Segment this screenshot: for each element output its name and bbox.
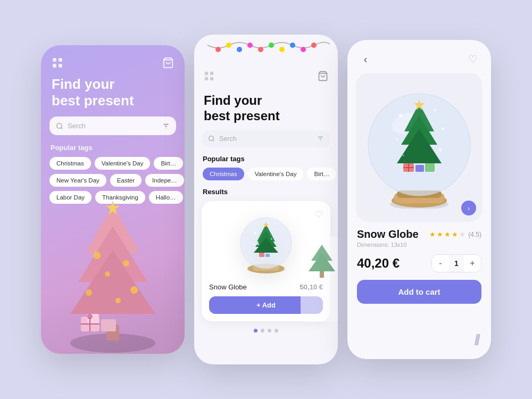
star-2: ★ bbox=[437, 230, 443, 238]
phone2-search-placeholder: Serch bbox=[219, 135, 313, 143]
svg-point-81 bbox=[442, 128, 445, 130]
tag-birthday[interactable]: Birt… bbox=[154, 157, 183, 170]
svg-point-37 bbox=[311, 43, 317, 48]
svg-rect-3 bbox=[59, 64, 62, 68]
phone2-title: Find your best present bbox=[194, 88, 338, 130]
dot-4[interactable] bbox=[275, 329, 278, 332]
product-info: Snow Globe ★ ★ ★ ★ ★ (4.5) Dimensions: 1… bbox=[347, 228, 491, 304]
dot-3[interactable] bbox=[268, 329, 271, 332]
next-arrow-button[interactable]: › bbox=[461, 201, 476, 215]
carousel-dots bbox=[194, 329, 338, 332]
svg-point-16 bbox=[93, 252, 101, 259]
svg-rect-2 bbox=[53, 64, 56, 68]
second-card-peek bbox=[301, 237, 338, 322]
svg-point-79 bbox=[399, 114, 402, 117]
svg-point-82 bbox=[396, 138, 398, 140]
svg-point-35 bbox=[290, 43, 295, 48]
search-icon bbox=[56, 122, 63, 130]
search-icon-2 bbox=[208, 135, 215, 142]
svg-line-6 bbox=[61, 128, 63, 129]
christmas-lights bbox=[194, 35, 338, 60]
back-button[interactable]: ‹ bbox=[358, 52, 373, 66]
snow-globe-image bbox=[237, 212, 295, 273]
phone-1: Find your best present Serch Popular tag… bbox=[41, 45, 185, 354]
svg-rect-55 bbox=[259, 253, 264, 257]
svg-rect-23 bbox=[101, 319, 116, 331]
quantity-plus-button[interactable]: + bbox=[464, 255, 481, 272]
phone2-popular-label: Popular tags bbox=[194, 155, 338, 163]
phone1-search-bar[interactable]: Serch bbox=[49, 117, 176, 135]
results-label: Results bbox=[194, 188, 338, 196]
svg-point-58 bbox=[273, 229, 275, 230]
snow-globe-detail bbox=[361, 86, 478, 209]
dot-2[interactable] bbox=[261, 329, 264, 332]
svg-point-84 bbox=[403, 155, 404, 156]
svg-rect-40 bbox=[205, 77, 208, 80]
svg-rect-41 bbox=[210, 77, 213, 80]
svg-point-18 bbox=[105, 271, 110, 277]
star-1: ★ bbox=[429, 230, 436, 238]
star-5-half: ★ bbox=[459, 230, 466, 238]
svg-point-28 bbox=[215, 47, 221, 52]
phone2-tags-row: Christmas Valentine's Day Birt… bbox=[194, 168, 338, 180]
phone2-tag-christmas[interactable]: Christmas bbox=[203, 168, 244, 180]
popular-tags-label: Popular tags bbox=[41, 144, 185, 152]
svg-rect-56 bbox=[265, 254, 270, 257]
tags-row-1: Christmas Valentine's Day Birt… bbox=[41, 157, 185, 170]
phone2-tag-birthday[interactable]: Birt… bbox=[307, 168, 336, 180]
svg-rect-0 bbox=[53, 58, 56, 62]
svg-rect-76 bbox=[425, 163, 435, 172]
svg-point-36 bbox=[301, 47, 306, 52]
svg-point-30 bbox=[237, 47, 242, 52]
quantity-control: - 1 + bbox=[431, 254, 481, 272]
svg-point-20 bbox=[86, 289, 92, 296]
product-detail-image: › bbox=[356, 73, 483, 222]
svg-point-21 bbox=[115, 298, 121, 303]
heart-button[interactable]: ♡ bbox=[466, 52, 480, 66]
svg-point-31 bbox=[247, 43, 253, 48]
grid-icon-2[interactable] bbox=[204, 71, 214, 84]
product-name-row: Snow Globe ★ ★ ★ ★ ★ (4.5) bbox=[357, 228, 481, 240]
svg-point-59 bbox=[271, 238, 272, 240]
rating-value: (4.5) bbox=[468, 231, 481, 238]
svg-point-60 bbox=[257, 243, 259, 245]
quantity-minus-button[interactable]: - bbox=[432, 255, 449, 272]
tag-christmas[interactable]: Christmas bbox=[49, 157, 91, 170]
svg-rect-63 bbox=[320, 271, 324, 278]
search-placeholder-text: Serch bbox=[68, 122, 158, 130]
quantity-value: 1 bbox=[449, 259, 464, 268]
svg-point-27 bbox=[88, 314, 92, 319]
svg-point-5 bbox=[57, 123, 62, 128]
svg-point-32 bbox=[258, 47, 263, 52]
phone2-header bbox=[194, 60, 338, 88]
svg-point-34 bbox=[279, 47, 285, 52]
rating-row: ★ ★ ★ ★ ★ (4.5) bbox=[429, 230, 481, 238]
phone2-search-bar[interactable]: Serch bbox=[202, 130, 330, 147]
svg-point-19 bbox=[130, 286, 138, 294]
product-name: Snow Globe bbox=[209, 283, 247, 291]
phone1-header bbox=[41, 45, 185, 76]
tag-valentines[interactable]: Valentine's Day bbox=[95, 157, 151, 170]
svg-rect-1 bbox=[59, 58, 62, 62]
svg-rect-75 bbox=[415, 165, 424, 172]
heart-icon[interactable]: ♡ bbox=[314, 209, 323, 220]
filter-icon-2[interactable] bbox=[317, 135, 324, 142]
bag-icon[interactable] bbox=[162, 57, 174, 71]
svg-marker-62 bbox=[309, 253, 335, 271]
phone3-header: ‹ ♡ bbox=[347, 40, 491, 71]
phone2-tag-valentines[interactable]: Valentine's Day bbox=[248, 168, 304, 180]
svg-point-80 bbox=[434, 109, 436, 111]
svg-rect-38 bbox=[205, 72, 208, 75]
filter-icon[interactable] bbox=[162, 122, 170, 130]
phone-2: Find your best present Serch Popular tag… bbox=[194, 35, 338, 364]
add-to-cart-button[interactable]: Add to cart bbox=[357, 280, 481, 304]
phone1-title: Find your best present bbox=[41, 76, 185, 109]
dot-1[interactable] bbox=[254, 329, 257, 332]
svg-rect-39 bbox=[210, 72, 213, 75]
bag-icon-2[interactable] bbox=[318, 71, 328, 84]
star-3: ★ bbox=[444, 230, 451, 238]
phone-3: ‹ ♡ bbox=[347, 40, 491, 359]
grid-icon[interactable] bbox=[52, 57, 63, 71]
svg-point-43 bbox=[209, 136, 214, 141]
phones-container: Find your best present Serch Popular tag… bbox=[41, 35, 491, 364]
